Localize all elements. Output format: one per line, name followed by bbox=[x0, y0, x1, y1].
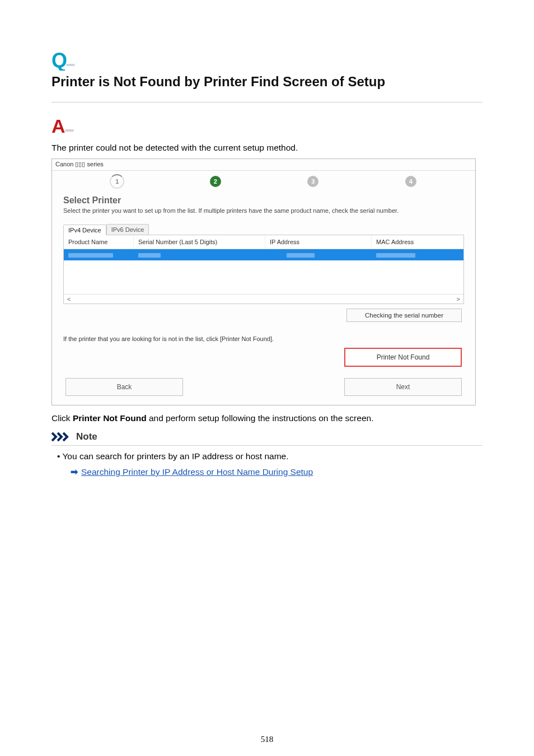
table-row[interactable] bbox=[64, 249, 463, 260]
col-product-name[interactable]: Product Name bbox=[64, 235, 134, 249]
post-instruction: Click Printer Not Found and perform setu… bbox=[51, 413, 483, 423]
device-tabs: IPv4 Device IPv6 Device bbox=[63, 224, 465, 235]
col-serial[interactable]: Serial Number (Last 5 Digits) bbox=[134, 235, 265, 249]
tab-ipv6[interactable]: IPv6 Device bbox=[106, 224, 149, 235]
tab-ipv4[interactable]: IPv4 Device bbox=[63, 225, 106, 235]
col-mac[interactable]: MAC Address bbox=[372, 235, 463, 249]
printer-not-found-button[interactable]: Printer Not Found bbox=[344, 348, 462, 367]
arrow-right-icon: ➡ bbox=[71, 467, 78, 477]
setup-window: Canon ▯▯▯ series 1 2 3 4 Select Printer … bbox=[51, 158, 476, 405]
horizontal-scrollbar[interactable]: < > bbox=[64, 294, 463, 304]
select-printer-heading: Select Printer bbox=[63, 195, 465, 206]
note-bullet: You can search for printers by an IP add… bbox=[57, 451, 483, 461]
svg-text:Q: Q bbox=[51, 50, 67, 71]
printer-table: Product Name Serial Number (Last 5 Digit… bbox=[63, 235, 464, 304]
answer-icon: A bbox=[51, 117, 483, 136]
intro-text: The printer could not be detected with t… bbox=[51, 143, 483, 153]
window-title: Canon ▯▯▯ series bbox=[52, 159, 475, 171]
page-number: 518 bbox=[0, 735, 534, 756]
divider bbox=[51, 102, 483, 102]
page-title: Printer is Not Found by Printer Find Scr… bbox=[51, 74, 483, 90]
col-ip[interactable]: IP Address bbox=[265, 235, 372, 249]
printer-not-found-hint: If the printer that you are looking for … bbox=[63, 335, 465, 342]
wizard-stepper: 1 2 3 4 bbox=[62, 173, 465, 193]
note-heading: Note bbox=[51, 431, 483, 446]
next-button[interactable]: Next bbox=[344, 378, 462, 396]
search-by-ip-link[interactable]: Searching Printer by IP Address or Host … bbox=[81, 467, 313, 477]
back-button[interactable]: Back bbox=[65, 378, 183, 396]
svg-text:A: A bbox=[51, 117, 65, 136]
scroll-left-icon[interactable]: < bbox=[64, 295, 74, 304]
step-3: 3 bbox=[307, 176, 318, 187]
question-icon: Q bbox=[51, 50, 483, 71]
step-1: 1 bbox=[111, 175, 123, 188]
scroll-right-icon[interactable]: > bbox=[453, 295, 463, 304]
note-chevrons-icon bbox=[51, 432, 72, 442]
select-printer-subtitle: Select the printer you want to set up fr… bbox=[63, 207, 465, 214]
note-label: Note bbox=[76, 431, 97, 442]
step-2: 2 bbox=[210, 176, 221, 187]
step-4: 4 bbox=[405, 176, 416, 187]
checking-serial-button[interactable]: Checking the serial number bbox=[346, 309, 462, 322]
